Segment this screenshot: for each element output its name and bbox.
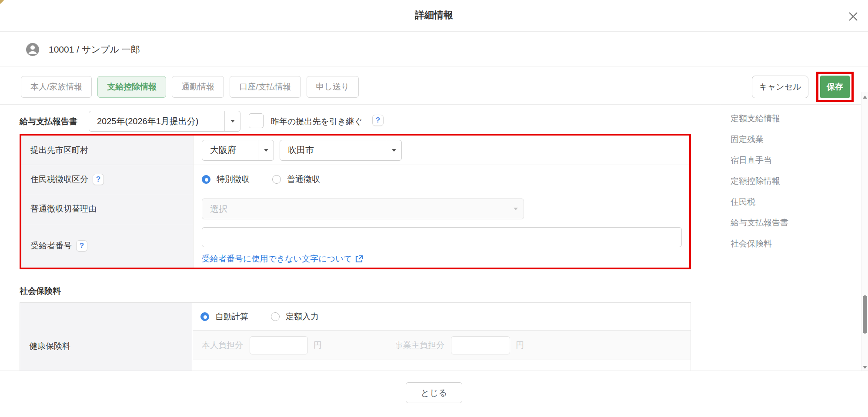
yen-unit: 円 xyxy=(516,340,524,351)
carryover-label: 昨年の提出先を引き継ぐ xyxy=(271,116,363,127)
tab-bar: 本人/家族情報 支給控除情報 通勤情報 口座/支払情報 申し送り xyxy=(21,76,359,98)
chevron-down-icon xyxy=(258,140,274,160)
employee-divider xyxy=(0,66,868,66)
radio-health-fixed-input[interactable] xyxy=(271,312,280,321)
employee-avatar xyxy=(24,41,41,60)
employer-share-input xyxy=(451,336,510,354)
tab-account-payment[interactable]: 口座/支払情報 xyxy=(230,76,300,98)
switch-reason-row: 普通徴収切替理由 選択 xyxy=(21,194,689,224)
payroll-report-label: 給与支払報告書 xyxy=(20,116,77,127)
corner-artifact xyxy=(0,0,4,4)
switch-reason-placeholder: 選択 xyxy=(202,203,508,215)
highlight-annotation-box: 提出先市区町村 大阪府 吹田市 住民税徴収区分 ? xyxy=(20,134,691,269)
header-divider xyxy=(0,31,868,32)
detail-modal: 詳細情報 10001 / サンプル 一郎 本人/家族情報 支給控除情報 通勤情報… xyxy=(0,0,868,417)
health-calc-mode-row: 自動計算 定額入力 xyxy=(193,303,691,330)
tab-payment-deduction[interactable]: 支給控除情報 xyxy=(97,76,166,98)
close-icon xyxy=(848,11,859,22)
report-year-select[interactable]: 2025年(2026年1月提出分) xyxy=(89,111,240,132)
recipient-number-link[interactable]: 受給者番号に使用できない文字について xyxy=(202,253,363,265)
radio-special-collection[interactable] xyxy=(202,175,210,184)
tab-commute[interactable]: 通勤情報 xyxy=(172,76,224,98)
health-insurance-section: 健康保険料 自動計算 定額入力 本人負担分 円 事業主負担分 円 自動計算 xyxy=(20,302,691,371)
recipient-number-row: 受給者番号 ? 受給者番号に使用できない文字について xyxy=(21,224,689,268)
toolbar-divider xyxy=(0,104,868,105)
carryover-checkbox[interactable] xyxy=(249,113,264,128)
health-insurance-label: 健康保険料 xyxy=(29,341,70,352)
prefecture-select[interactable]: 大阪府 xyxy=(202,140,274,161)
health-amounts-row: 本人負担分 円 事業主負担分 円 xyxy=(193,331,691,360)
radio-health-fixed-input-label: 定額入力 xyxy=(286,311,319,322)
sidebar-item-fixed-overtime[interactable]: 固定残業 xyxy=(731,133,788,146)
sidebar-item-fixed-payment-info[interactable]: 定額支給情報 xyxy=(731,112,788,125)
save-button[interactable]: 保存 xyxy=(820,76,850,98)
switch-reason-select: 選択 xyxy=(202,199,524,219)
recipient-number-label: 受給者番号 xyxy=(30,240,72,252)
chevron-down-icon xyxy=(224,111,240,131)
employer-share-label: 事業主負担分 xyxy=(395,340,444,351)
radio-ordinary-collection[interactable] xyxy=(272,175,281,184)
sidebar-item-social-insurance[interactable]: 社会保険料 xyxy=(731,237,788,250)
sidebar-divider xyxy=(720,104,720,371)
recipient-number-input[interactable] xyxy=(202,227,682,247)
radio-ordinary-collection-label: 普通徴収 xyxy=(287,174,320,185)
footer-divider xyxy=(0,371,868,371)
sidebar-item-night-duty-allowance[interactable]: 宿日直手当 xyxy=(731,154,788,166)
footer-close-button[interactable]: とじる xyxy=(406,382,462,403)
social-insurance-heading: 社会保険料 xyxy=(20,285,61,297)
radio-health-auto-calc-label: 自動計算 xyxy=(215,311,248,322)
city-select[interactable]: 吹田市 xyxy=(280,140,402,161)
employee-name: 10001 / サンプル 一郎 xyxy=(49,43,140,56)
scroll-down-icon[interactable] xyxy=(863,366,867,369)
radio-special-collection-label: 特別徴収 xyxy=(217,174,250,185)
chevron-down-icon xyxy=(508,208,524,210)
carryover-help-icon[interactable]: ? xyxy=(372,115,384,126)
next-insurance-row-clipped: 自動計算 定額入力 xyxy=(193,360,691,371)
sidebar-item-resident-tax[interactable]: 住民税 xyxy=(731,195,788,208)
modal-title: 詳細情報 xyxy=(0,9,868,22)
scrollbar-thumb[interactable] xyxy=(863,295,867,334)
municipality-row: 提出先市区町村 大阪府 吹田市 xyxy=(21,136,689,165)
city-value: 吹田市 xyxy=(280,144,386,156)
external-link-icon xyxy=(355,255,363,263)
resident-tax-row: 住民税徴収区分 ? 特別徴収 普通徴収 xyxy=(21,165,689,194)
employee-share-label: 本人負担分 xyxy=(202,340,243,351)
scrollbar[interactable] xyxy=(861,92,868,371)
chevron-down-icon xyxy=(386,140,401,160)
cancel-button[interactable]: キャンセル xyxy=(752,76,808,98)
section-nav: 定額支給情報 固定残業 宿日直手当 定額控除情報 住民税 給与支払報告書 社会保… xyxy=(731,112,788,250)
scroll-up-icon[interactable] xyxy=(863,96,867,99)
person-icon xyxy=(24,41,41,58)
switch-reason-label: 普通徴収切替理由 xyxy=(30,203,97,215)
tab-notes[interactable]: 申し送り xyxy=(307,76,359,98)
municipality-label: 提出先市区町村 xyxy=(30,145,88,156)
resident-tax-label: 住民税徴収区分 xyxy=(30,174,88,185)
sidebar-item-payroll-report[interactable]: 給与支払報告書 xyxy=(731,216,788,229)
close-button[interactable] xyxy=(845,9,861,24)
tab-personal-family[interactable]: 本人/家族情報 xyxy=(21,76,92,98)
report-year-value: 2025年(2026年1月提出分) xyxy=(89,116,224,127)
yen-unit: 円 xyxy=(314,340,322,351)
save-annotation-box: 保存 xyxy=(816,72,854,102)
radio-health-auto-calc[interactable] xyxy=(200,312,209,321)
employee-share-input xyxy=(250,336,308,354)
prefecture-value: 大阪府 xyxy=(202,144,258,156)
sidebar-item-fixed-deduction-info[interactable]: 定額控除情報 xyxy=(731,175,788,187)
recipient-number-link-text: 受給者番号に使用できない文字について xyxy=(202,253,352,265)
recipient-number-help-icon[interactable]: ? xyxy=(76,240,87,252)
resident-tax-help-icon[interactable]: ? xyxy=(93,174,104,185)
